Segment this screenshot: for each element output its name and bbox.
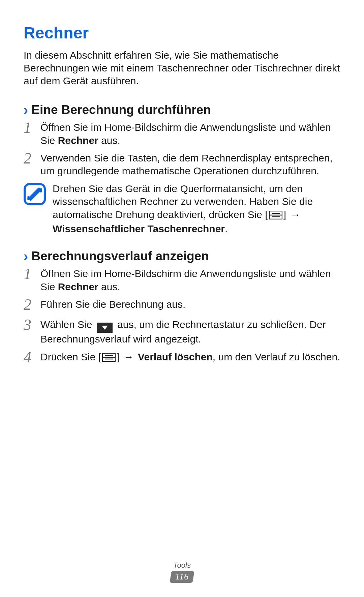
step-number: 2 (24, 151, 40, 166)
manual-page: Rechner In diesem Abschnitt erfahren Sie… (0, 0, 364, 597)
steps-list: 1 Öffnen Sie im Home-Bildschirm die Anwe… (24, 121, 340, 178)
text: aus. (98, 135, 120, 146)
section-title: Rechner (24, 24, 340, 42)
bold-text: Rechner (58, 281, 98, 292)
step-item: 2 Verwenden Sie die Tasten, die dem Rech… (24, 152, 340, 178)
step-number: 1 (24, 266, 40, 282)
sub-heading-text: Berechnungsverlauf anzeigen (31, 249, 209, 263)
section-perform-calculation: › Eine Berechnung durchführen 1 Öffnen S… (24, 102, 340, 235)
step-number: 3 (24, 317, 40, 333)
text: aus. (98, 281, 120, 292)
step-number: 4 (24, 350, 40, 365)
text: . (225, 223, 228, 234)
note-icon (24, 183, 46, 205)
bold-text: Verlauf löschen (138, 351, 213, 362)
sub-heading: › Eine Berechnung durchführen (24, 102, 340, 117)
step-number: 2 (24, 297, 40, 312)
intro-paragraph: In diesem Abschnitt erfahren Sie, wie Si… (24, 49, 340, 87)
collapse-keyboard-icon (97, 323, 113, 333)
step-text: Öffnen Sie im Home-Bildschirm die Anwend… (40, 121, 340, 147)
step-text: Wählen Sie aus, um die Rechnertastatur z… (40, 318, 340, 346)
step-number: 1 (24, 120, 40, 136)
bold-text: Wissenschaftlicher Taschenrechner (53, 223, 225, 234)
text: , um den Verlauf zu löschen. (213, 351, 340, 362)
menu-icon (102, 352, 116, 365)
step-text: Führen Sie die Berechnung aus. (40, 298, 340, 311)
page-number: 116 (175, 572, 189, 582)
chevron-right-icon: › (24, 103, 28, 117)
triangle-down-icon (102, 326, 108, 330)
text: Drücken Sie [ (40, 351, 101, 362)
sub-heading: › Berechnungsverlauf anzeigen (24, 249, 340, 263)
text (135, 351, 138, 362)
arrow-right-icon: → (290, 208, 300, 221)
arrow-right-icon: → (124, 351, 134, 363)
text: ] (117, 351, 122, 362)
page-number-badge: 116 (170, 571, 194, 583)
page-footer: Tools 116 (0, 561, 364, 583)
note-box: Drehen Sie das Gerät in die Querformatan… (24, 182, 340, 236)
text: Wählen Sie (40, 319, 95, 330)
footer-category: Tools (0, 561, 364, 570)
step-item: 1 Öffnen Sie im Home-Bildschirm die Anwe… (24, 121, 340, 147)
steps-list: 1 Öffnen Sie im Home-Bildschirm die Anwe… (24, 267, 340, 366)
section-view-history: › Berechnungsverlauf anzeigen 1 Öffnen S… (24, 249, 340, 366)
step-item: 2 Führen Sie die Berechnung aus. (24, 298, 340, 314)
step-item: 3 Wählen Sie aus, um die Rechnertastatur… (24, 318, 340, 346)
step-text: Drücken Sie [] → Verlauf löschen, um den… (40, 351, 340, 365)
text: ] (283, 209, 289, 220)
step-item: 4 Drücken Sie [] → Verlauf löschen, um d… (24, 351, 340, 366)
step-text: Öffnen Sie im Home-Bildschirm die Anwend… (40, 267, 340, 293)
step-item: 1 Öffnen Sie im Home-Bildschirm die Anwe… (24, 267, 340, 293)
menu-icon (269, 210, 282, 222)
step-text: Verwenden Sie die Tasten, die dem Rechne… (40, 152, 340, 178)
note-text: Drehen Sie das Gerät in die Querformatan… (53, 182, 340, 236)
bold-text: Rechner (58, 135, 98, 146)
sub-heading-text: Eine Berechnung durchführen (31, 103, 211, 117)
chevron-right-icon: › (24, 249, 28, 263)
